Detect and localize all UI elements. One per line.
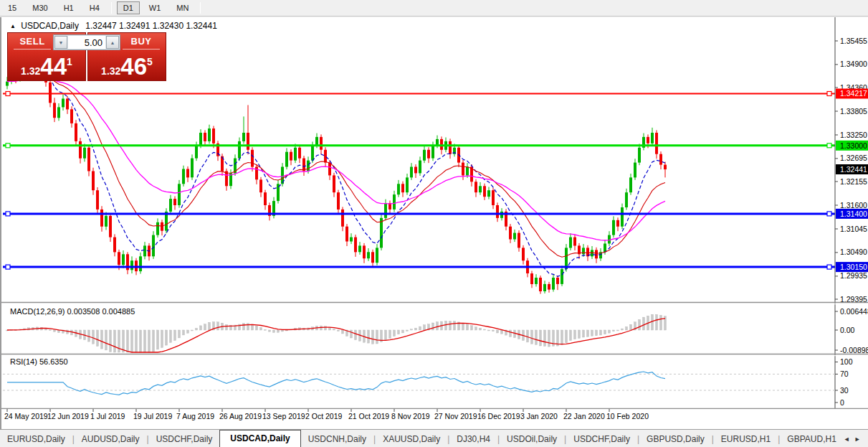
sell-button[interactable]: SELL (9, 36, 55, 50)
tab-scroll-left-icon[interactable]: ◄ (844, 436, 854, 443)
tab-scroll-arrows[interactable]: ◄► (844, 436, 868, 447)
price-axis-label: 1.31600 (840, 201, 867, 210)
macd-bar (260, 328, 262, 331)
trading-terminal: 15M30H1H4D1W1MN 1.354551.349001.343601.3… (0, 0, 868, 447)
tab-audusd-daily[interactable]: AUDUSD,Daily (75, 432, 147, 447)
macd-bar (475, 327, 477, 330)
macd-bar (535, 330, 538, 344)
tab-eurusd-daily[interactable]: EURUSD,Daily (0, 432, 72, 447)
macd-bar (480, 328, 482, 330)
candle-body (290, 152, 292, 161)
candle-body (419, 161, 421, 174)
macd-bar (583, 330, 585, 337)
candle-body (264, 192, 267, 205)
hline-anchor[interactable] (827, 212, 831, 216)
timeframe-button-h4[interactable]: H4 (83, 1, 106, 14)
date-axis-label: 24 May 2019 (4, 412, 48, 420)
macd-indicator-label: MACD(12,26,9) 0.003508 0.004885 (10, 307, 135, 316)
tab-scroll-right-icon[interactable]: ► (854, 436, 865, 443)
hline-anchor[interactable] (827, 265, 831, 269)
macd-axis-label: 0.00 (840, 326, 855, 334)
candle-body (552, 278, 555, 290)
tab-usdchf-daily[interactable]: USDCHF,Daily (149, 432, 220, 447)
candle-body (462, 163, 464, 176)
date-axis-label: 12 Jun 2019 (47, 412, 89, 420)
candle-body (113, 237, 116, 253)
tab-xauusd-daily[interactable]: XAUUSD,Daily (376, 432, 447, 447)
macd-bar (566, 330, 568, 343)
volume-stepper: ▼ ▲ (53, 34, 120, 50)
macd-bar (252, 324, 254, 330)
macd-bar (449, 321, 452, 330)
volume-decrease-icon[interactable]: ▼ (54, 36, 67, 49)
buy-button[interactable]: BUY (118, 36, 164, 50)
candle-body (363, 245, 366, 258)
candle-body (612, 220, 615, 235)
candle-body (79, 141, 82, 159)
macd-bar (389, 330, 391, 339)
tab-gbpusd-daily[interactable]: GBPUSD,Daily (639, 432, 712, 447)
volume-input[interactable] (68, 36, 105, 49)
tab-usdoil-daily[interactable]: USDOil,Daily (500, 432, 564, 447)
macd-bar (527, 330, 529, 342)
price-axis-label: 1.31045 (840, 225, 867, 233)
candle-body (634, 163, 636, 178)
timeframe-button-w1[interactable]: W1 (143, 1, 168, 14)
tab-dj30-h4[interactable]: DJ30,H4 (449, 432, 497, 447)
macd-bar (570, 330, 572, 341)
candle-body (70, 109, 73, 123)
candle-body (285, 152, 288, 167)
volume-increase-icon[interactable]: ▲ (106, 36, 119, 49)
chart-window[interactable]: 1.354551.349001.343601.338051.332501.326… (0, 17, 868, 429)
price-axis-label: 1.34900 (840, 60, 867, 68)
macd-bar (277, 330, 280, 332)
candle-body (49, 83, 52, 103)
candle-body (367, 252, 370, 258)
macd-bar (531, 330, 533, 344)
candle-body (543, 284, 546, 291)
macd-bar (402, 330, 404, 333)
timeframe-button-m30[interactable]: M30 (26, 1, 54, 14)
rsi-axis-label: 100 (840, 357, 853, 366)
timeframe-button-15[interactable]: 15 (1, 1, 23, 14)
timeframe-toolbar: 15M30H1H4D1W1MN (0, 0, 868, 17)
hline-anchor[interactable] (6, 92, 10, 96)
candle-body (629, 177, 632, 192)
macd-bar (209, 322, 211, 330)
chart-symbol-title: USDCAD,Daily (21, 21, 79, 31)
hline-anchor[interactable] (827, 143, 831, 148)
macd-bar (196, 328, 198, 330)
hline-anchor[interactable] (827, 92, 831, 96)
macd-bar (110, 330, 112, 352)
candle-body (186, 169, 189, 178)
candle-body (247, 133, 249, 150)
macd-bar (372, 330, 374, 344)
macd-bar (350, 330, 353, 338)
candle-body (62, 99, 65, 108)
timeframe-button-mn[interactable]: MN (170, 1, 195, 14)
tab-gbpaud-h1[interactable]: GBPAUD,H1 (780, 432, 843, 447)
macd-bar (454, 321, 456, 330)
candle-body (393, 194, 396, 210)
tab-usdcnh-daily[interactable]: USDCNH,Daily (301, 432, 373, 447)
macd-bar (342, 330, 344, 334)
candle-body (169, 199, 172, 212)
timeframe-button-d1[interactable]: D1 (117, 1, 140, 14)
tab-usdchf-daily[interactable]: USDCHF,Daily (566, 432, 637, 447)
hline-anchor[interactable] (6, 212, 10, 216)
collapse-panel-icon[interactable]: ▲ (10, 23, 16, 29)
candle-body (664, 165, 667, 170)
macd-bar (264, 329, 267, 330)
macd-bar (424, 325, 426, 330)
price-axis-label: 1.30490 (840, 248, 867, 256)
timeframe-button-h1[interactable]: H1 (57, 1, 80, 14)
svg-text:1.31400: 1.31400 (840, 210, 867, 218)
candle-body (156, 222, 159, 235)
tab-usdcad-daily[interactable]: USDCAD,Daily (219, 430, 300, 447)
tab-eurusd-h1[interactable]: EURUSD,H1 (714, 432, 778, 447)
macd-bar (329, 327, 331, 330)
macd-bar (510, 330, 512, 337)
hline-anchor[interactable] (6, 265, 10, 269)
hline-anchor[interactable] (6, 143, 10, 148)
candle-body (474, 182, 477, 192)
